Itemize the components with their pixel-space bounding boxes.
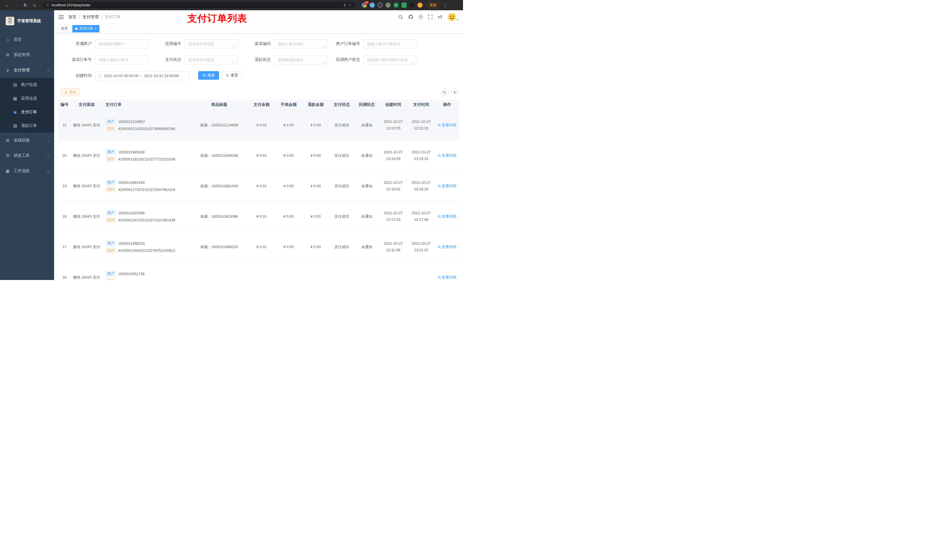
menu-label: 应用信息 bbox=[21, 96, 37, 101]
sidebar-item-app-info[interactable]: ▦ 应用信息 bbox=[0, 92, 54, 105]
filter-field-refund-status: 退款状态 bbox=[243, 55, 327, 64]
view-detail-link[interactable]: 查看详情 bbox=[438, 123, 457, 128]
cell-create-time: 2021-10-27 13:18:02 bbox=[379, 171, 407, 201]
help-icon[interactable]: ? bbox=[419, 15, 423, 19]
merchant-order-no-input[interactable] bbox=[363, 39, 416, 48]
extension-icon[interactable]: 10 bbox=[362, 3, 367, 8]
view-detail-link[interactable]: 查看详情 bbox=[438, 184, 457, 189]
filter-label: 应用编号 bbox=[153, 41, 185, 46]
extension-badge: 10 bbox=[365, 1, 369, 4]
merchant-tag: 商户 bbox=[106, 271, 116, 276]
merchant-select-input[interactable] bbox=[95, 39, 148, 48]
cell-id: 20 bbox=[58, 140, 71, 171]
filter-field-create-time: 创建时间 ◷ 2021-10-01 00:00:00 - 2021-10-31 … bbox=[64, 71, 189, 80]
table-row: 16 微信 JSAPI 支付 商户 1635311951736 支付 bbox=[58, 262, 459, 280]
cell-fee: ¥ 0.00 bbox=[275, 171, 302, 201]
sidebar-item-refund-order[interactable]: ▧ 退款订单 bbox=[0, 119, 54, 133]
view-detail-link[interactable]: 查看详情 bbox=[438, 214, 457, 219]
pay-tag: 支付 bbox=[106, 278, 116, 280]
sidebar-item-merchant-info[interactable]: ▤ 商户信息 bbox=[0, 78, 54, 92]
forward-button[interactable]: → bbox=[12, 2, 20, 9]
app-select[interactable] bbox=[185, 39, 238, 48]
view-detail-link[interactable]: 查看详情 bbox=[438, 153, 457, 158]
filter-field-merchant: 所属商户 bbox=[64, 39, 148, 48]
cell-title: 标题：1635311823086 bbox=[191, 201, 248, 232]
cell-actions: 查看详情 bbox=[435, 262, 459, 280]
view-detail-link[interactable]: 查看详情 bbox=[438, 275, 457, 280]
address-bar[interactable]: ⓘ localhost:1024/pay/order ↥ ☆ bbox=[42, 2, 356, 9]
pay-status-select[interactable] bbox=[185, 55, 238, 64]
notify-status-input[interactable] bbox=[363, 55, 416, 64]
sidebar-item-system[interactable]: ⚙ 系统管理 bbox=[0, 47, 54, 63]
cell-pay-order: 商户 1635311949168 支付 42000011812021102777… bbox=[102, 140, 191, 171]
tab-home[interactable]: 首页 bbox=[58, 25, 71, 32]
app-logo[interactable]: 芋道管理系统 bbox=[0, 10, 54, 32]
filter-field-pay-status: 支付状态 bbox=[153, 55, 238, 64]
browser-menu-icon[interactable]: ⋮ bbox=[443, 3, 447, 8]
channel-code-input[interactable] bbox=[274, 39, 327, 48]
cell-actions: 查看详情 bbox=[435, 140, 459, 171]
breadcrumb-home[interactable]: 首页 bbox=[68, 15, 76, 20]
channel-order-no-input[interactable] bbox=[95, 55, 148, 64]
toggle-search-button[interactable] bbox=[440, 88, 448, 96]
extension-icon[interactable] bbox=[369, 3, 375, 8]
app-title: 芋道管理系统 bbox=[17, 18, 41, 24]
breadcrumb-payment[interactable]: 支付管理 bbox=[83, 15, 98, 20]
export-button[interactable]: 导出 bbox=[61, 88, 80, 96]
notify-status-select[interactable] bbox=[363, 55, 416, 64]
app-select-input[interactable] bbox=[185, 39, 238, 48]
refund-status-select[interactable] bbox=[274, 55, 327, 64]
reset-button[interactable]: ↻ 重置 bbox=[222, 71, 242, 80]
refresh-table-button[interactable]: ↻ bbox=[451, 88, 459, 96]
user-avatar[interactable]: ▾ bbox=[448, 13, 458, 21]
cell-actions: 查看详情 bbox=[435, 232, 459, 262]
sidebar-item-payment[interactable]: ¥ 支付管理 bbox=[0, 63, 54, 78]
browser-update-button[interactable]: 更新 bbox=[427, 2, 440, 9]
menu-collapse-icon[interactable] bbox=[59, 15, 64, 20]
pay-tag: 支付 bbox=[106, 187, 116, 192]
cell-actions: 查看详情 bbox=[435, 171, 459, 201]
extension-icon[interactable]: ✓ bbox=[393, 3, 399, 8]
chevron-down-icon bbox=[47, 53, 49, 57]
cell-title: 标题：1635312124656 bbox=[191, 110, 248, 140]
pay-status-input[interactable] bbox=[185, 55, 238, 64]
back-button[interactable]: ← bbox=[3, 2, 11, 9]
extension-icon[interactable] bbox=[401, 3, 407, 8]
search-icon bbox=[438, 154, 441, 157]
channel-order-no-input-wrap[interactable] bbox=[95, 55, 148, 64]
merchant-select[interactable] bbox=[95, 39, 148, 48]
close-icon[interactable]: × bbox=[95, 27, 97, 30]
profile-avatar-icon[interactable] bbox=[418, 3, 422, 8]
home-button[interactable]: ⌂ bbox=[31, 2, 38, 9]
github-icon[interactable] bbox=[409, 15, 413, 20]
view-detail-link[interactable]: 查看详情 bbox=[438, 245, 457, 249]
sidebar-item-home[interactable]: ⌂ 首页 bbox=[0, 32, 54, 47]
cell-pay-time: 2021-10-27 13:18:10 bbox=[407, 171, 435, 201]
fullscreen-icon[interactable] bbox=[428, 15, 433, 19]
url-text: localhost:1024/pay/order bbox=[51, 3, 340, 7]
share-icon[interactable]: ↥ bbox=[343, 3, 346, 8]
bookmark-star-icon[interactable]: ☆ bbox=[348, 3, 352, 8]
cell-notify: 未通知 bbox=[354, 171, 379, 201]
search-icon[interactable] bbox=[398, 15, 403, 20]
sidebar-item-devtools[interactable]: ⚒ 研发工具 bbox=[0, 148, 54, 163]
sidebar-item-pay-order[interactable]: ◉ 支付订单 bbox=[0, 105, 54, 119]
search-button[interactable]: 搜索 bbox=[198, 71, 219, 80]
extension-icon[interactable] bbox=[378, 3, 383, 8]
column-header: 支付状态 bbox=[329, 100, 354, 110]
merchant-order-no-input-wrap[interactable] bbox=[363, 39, 416, 48]
extension-icon[interactable] bbox=[386, 3, 391, 8]
sidebar-item-workflow[interactable]: ▣ 工作流程 bbox=[0, 163, 54, 179]
cell-channel: 微信 JSAPI 支付 bbox=[71, 171, 102, 201]
extension-icon[interactable] bbox=[410, 3, 415, 8]
cell-title: 标题：1635311468233 bbox=[191, 232, 248, 262]
channel-code-select[interactable] bbox=[274, 39, 327, 48]
font-size-icon[interactable]: тT bbox=[438, 15, 442, 20]
refund-status-input[interactable] bbox=[274, 55, 327, 64]
chevron-down-icon bbox=[322, 43, 324, 48]
create-time-range-picker[interactable]: ◷ 2021-10-01 00:00:00 - 2021-10-31 23:59… bbox=[95, 71, 189, 80]
tab-pay-order[interactable]: 支付订单 × bbox=[72, 25, 99, 32]
sidebar-item-infrastructure[interactable]: ⊞ 基础设施 bbox=[0, 133, 54, 148]
site-info-icon[interactable]: ⓘ bbox=[46, 3, 49, 8]
reload-button[interactable]: ↻ bbox=[22, 2, 29, 9]
